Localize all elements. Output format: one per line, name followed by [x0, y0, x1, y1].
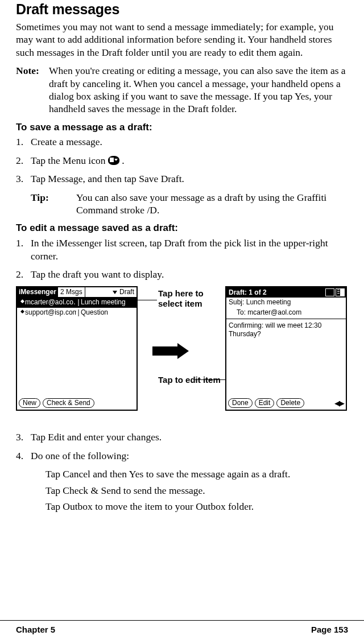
step-text: Tap the draft you want to display. [31, 268, 348, 280]
step-text: Tap Edit and enter your changes. [31, 431, 348, 443]
to-field: To: mcarter@aol.com [226, 308, 346, 317]
check-send-button[interactable]: Check & Send [43, 398, 94, 408]
note-label: Note: [16, 64, 49, 115]
titlebar: Draft: 1 of 2 [226, 287, 346, 298]
draft-screen: Draft: 1 of 2 Subj: Lunch meeting To: mc… [225, 286, 347, 411]
list-item-subject: Question [81, 308, 134, 317]
tip-body: You can also save your message as a draf… [76, 191, 348, 217]
folder-picklist[interactable]: Draft [85, 287, 136, 298]
tip-block: Tip: You can also save your message as a… [31, 191, 348, 217]
step-text: Create a message. [31, 135, 348, 148]
subject-field: Subj: Lunch meeting [226, 298, 346, 307]
step-text: Tap the Menu icon . [31, 154, 348, 167]
bullet-icon: ◆ [19, 308, 25, 317]
arrow-icon [152, 343, 192, 359]
option-text: Tap Cancel and then Yes to save the mess… [46, 468, 348, 480]
subject-value: Lunch meeting [246, 298, 291, 306]
page-number: Page 153 [311, 624, 348, 635]
screen-title: Draft: 1 of 2 [228, 288, 324, 297]
step-number: 1. [16, 237, 31, 262]
subject-label: Subj: [229, 298, 244, 306]
nav-arrows[interactable]: ◀▶ [334, 399, 344, 408]
edit-steps: 1. In the iMessenger list screen, tap Dr… [16, 237, 348, 280]
page-footer: Chapter 5 Page 153 [0, 620, 364, 635]
list-item-from: mcarter@aol.co… [25, 298, 76, 307]
message-body: Confirming: will we meet 12:30 Thursday? [226, 319, 346, 341]
leader-line [136, 300, 157, 300]
step-text: Do one of the following: [31, 449, 348, 462]
tip-label: Tip: [31, 191, 76, 217]
note-body: When you're creating or editing a messag… [49, 64, 348, 115]
callout-select: Tap here to select item [158, 288, 215, 308]
section-heading: Draft messages [16, 0, 348, 18]
chapter-label: Chapter 5 [16, 624, 55, 635]
titlebar: iMessenger 2 Msgs Draft [17, 287, 136, 298]
save-heading: To save a message as a draft: [16, 121, 348, 134]
after-steps: 3. Tap Edit and enter your changes. 4. D… [16, 431, 348, 462]
step-text-post: . [119, 155, 125, 166]
folder-pick-label: Draft [119, 288, 134, 296]
step-number: 2. [16, 154, 31, 167]
option-text: Tap Outbox to move the item to your Outb… [46, 500, 348, 513]
bullet-icon: ◆ [19, 298, 25, 307]
step-number: 1. [16, 135, 31, 148]
list-item[interactable]: ◆ support@isp.com | Question [17, 308, 136, 317]
note-block: Note: When you're creating or editing a … [16, 64, 348, 115]
to-value: mcarter@aol.com [247, 308, 301, 316]
app-title: iMessenger [17, 287, 58, 298]
dropdown-icon [113, 291, 117, 294]
list-screen: iMessenger 2 Msgs Draft ◆ mcarter@aol.co… [16, 286, 138, 411]
list-item[interactable]: ◆ mcarter@aol.co… | Lunch meeting [17, 298, 136, 307]
view-split-icon[interactable] [336, 288, 345, 296]
list-item-from: support@isp.com [25, 308, 76, 317]
step-text-pre: Tap the Menu icon [31, 155, 108, 166]
intro-paragraph: Sometimes you may not want to send a mes… [16, 20, 348, 59]
step-number: 3. [16, 172, 31, 185]
menu-icon [108, 156, 119, 165]
list-item-subject: Lunch meeting [81, 298, 134, 307]
step-text: In the iMessenger list screen, tap Draft… [31, 237, 348, 262]
figure: iMessenger 2 Msgs Draft ◆ mcarter@aol.co… [16, 286, 348, 423]
step-number: 4. [16, 449, 31, 462]
edit-heading: To edit a message saved as a draft: [16, 222, 348, 234]
message-count: 2 Msgs [58, 287, 85, 298]
delete-button[interactable]: Delete [276, 398, 304, 408]
option-text: Tap Check & Send to send the message. [46, 484, 348, 497]
save-steps: 1. Create a message. 2. Tap the Menu ico… [16, 135, 348, 185]
done-button[interactable]: Done [228, 398, 253, 408]
step-number: 3. [16, 431, 31, 443]
view-icon[interactable] [325, 288, 334, 296]
to-label: To: [237, 308, 246, 316]
step-number: 2. [16, 268, 31, 280]
new-button[interactable]: New [19, 398, 40, 408]
step-text: Tap Message, and then tap Save Draft. [31, 172, 348, 185]
edit-button[interactable]: Edit [255, 398, 275, 408]
